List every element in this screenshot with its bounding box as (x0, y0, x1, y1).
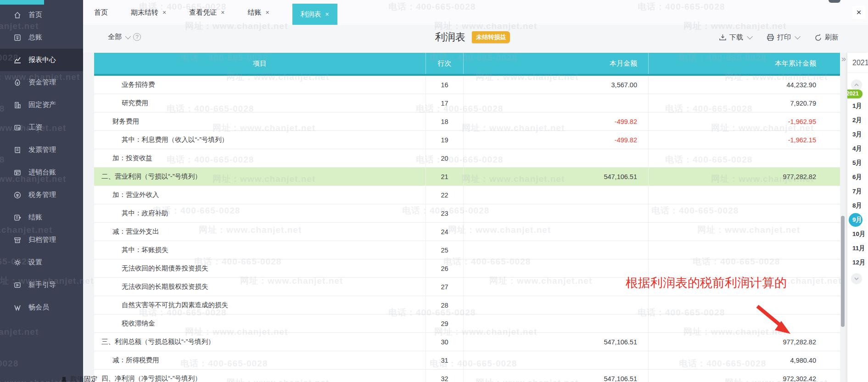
unpin-button[interactable]: 取消固定 (61, 375, 98, 382)
cell-year-amount: -1,962.95 (649, 112, 840, 130)
month-list: 1月2月3月4月5月6月7月8月9月10月11月12月 (847, 99, 868, 270)
sidebar-item-moneybag[interactable]: 资金管理 (0, 71, 83, 94)
cell-item: 减：营业外支出 (94, 223, 426, 241)
month-item-9月[interactable]: 9月 (847, 213, 868, 227)
tab-查看凭证[interactable]: 查看凭证× (189, 0, 224, 25)
cell-item: 其中：政府补助 (94, 204, 426, 222)
download-button[interactable]: 下载 (719, 33, 751, 42)
month-item-2月[interactable]: 2月 (847, 113, 868, 127)
sidebar-item-building[interactable]: 固定资产 (0, 94, 83, 116)
sidebar-item-home[interactable]: 首页 (0, 4, 83, 26)
sidebar-item-label: 新手引导 (28, 281, 56, 289)
year-label[interactable]: 2021 (847, 53, 868, 73)
sidebar-item-label: 报表中心 (28, 56, 56, 64)
vertical-scrollbar-thumb[interactable] (841, 216, 845, 327)
tab-首页[interactable]: 首页 (94, 0, 108, 25)
print-button[interactable]: 打印 (767, 33, 799, 42)
month-item-11月[interactable]: 11月 (847, 241, 868, 255)
cell-item: 加：营业外收入 (94, 186, 426, 204)
column-header: 本月金额 (464, 53, 649, 74)
table-row[interactable]: 加：营业外收入22 (94, 186, 840, 204)
close-tab-icon[interactable]: × (265, 9, 269, 16)
month-item-12月[interactable]: 12月 (847, 255, 868, 270)
sidebar-item-ledger[interactable]: 总账 (0, 26, 83, 49)
month-item-6月[interactable]: 6月 (847, 170, 868, 184)
cell-year-amount (649, 315, 840, 332)
ledger-icon (13, 33, 22, 42)
guide-icon (13, 281, 22, 290)
table-row[interactable]: 其中：政府补助23 (94, 204, 840, 223)
cell-month-amount (464, 315, 649, 332)
month-item-3月[interactable]: 3月 (847, 127, 868, 141)
cell-line-no: 26 (426, 259, 464, 277)
scroll-up-icon[interactable] (851, 79, 862, 90)
close-all-tabs-button[interactable]: × (852, 6, 865, 19)
close-tab-icon[interactable]: × (162, 9, 166, 16)
cell-item: 研究费用 (94, 94, 426, 112)
sidebar-item-vip[interactable]: 畅会员 (0, 296, 83, 319)
cell-month-amount (464, 204, 649, 222)
close-tab-icon[interactable]: × (221, 9, 224, 16)
sidebar-item-invoice[interactable]: 发票管理 (0, 139, 83, 161)
sidebar-item-board[interactable]: 进销台账 (0, 161, 83, 184)
year-badge: 2021 (847, 90, 862, 98)
cell-item: 其中：坏账损失 (94, 241, 426, 259)
sidebar-item-guide[interactable]: 新手引导 (0, 274, 83, 296)
tab-利润表[interactable]: 利润表× (292, 4, 337, 25)
table-row[interactable]: 三、利润总额（亏损总额以“-”号填列）30547,106.51977,282.8… (94, 333, 840, 351)
sidebar-item-archive[interactable]: 归档管理 (0, 229, 83, 251)
tab-期末结转[interactable]: 期末结转× (131, 0, 166, 25)
cell-year-amount: 972,302.42 (649, 370, 840, 382)
table-row[interactable]: 研究费用177,920.79 (94, 94, 840, 112)
sidebar-item-label: 设置 (28, 258, 42, 267)
month-item-5月[interactable]: 5月 (847, 156, 868, 170)
sidebar-item-payroll[interactable]: 工资 (0, 116, 83, 139)
sidebar-item-label: 畅会员 (28, 303, 49, 312)
close-tab-icon[interactable]: × (325, 11, 329, 18)
cell-item: 减：所得税费用 (94, 351, 426, 369)
cell-month-amount: 547,106.51 (464, 168, 649, 185)
month-item-8月[interactable]: 8月 (847, 198, 868, 213)
collapse-panel-icon[interactable]: » (841, 54, 846, 64)
month-item-4月[interactable]: 4月 (847, 141, 868, 156)
table-row[interactable]: 其中：坏账损失25 (94, 241, 840, 259)
cell-year-amount: 977,282.82 (649, 333, 840, 351)
tab-结账[interactable]: 结账× (247, 0, 269, 25)
gear-icon (13, 258, 22, 267)
app-root: 首页总账报表中心资金管理固定资产工资发票管理进销台账税务管理结账归档管理设置新手… (0, 0, 868, 382)
table-row[interactable]: 业务招待费163,567.0044,232.90 (94, 76, 840, 94)
table-row[interactable]: 二、营业利润（亏损以“-”号填列）21547,106.51977,282.82 (94, 168, 840, 186)
cell-line-no: 28 (426, 296, 464, 314)
sidebar-item-settle[interactable]: 结账 (0, 206, 83, 229)
sidebar-item-chart[interactable]: 报表中心 (0, 49, 83, 71)
sidebar-item-tax[interactable]: 税务管理 (0, 184, 83, 206)
table-row[interactable]: 四、净利润（净亏损以“-”号填列）32547,106.51972,302.42 (94, 370, 840, 382)
table-row[interactable]: 自然灾害等不可抗力因素造成的损失28 (94, 296, 840, 315)
sidebar-item-gear[interactable]: 设置 (0, 251, 83, 274)
table-row[interactable]: 减：营业外支出24 (94, 223, 840, 241)
cell-month-amount (464, 149, 649, 167)
tab-label: 利润表 (301, 10, 321, 19)
cell-month-amount (464, 223, 649, 241)
table-row[interactable]: 税收滞纳金29 (94, 315, 840, 333)
cell-year-amount (649, 149, 840, 167)
table-row[interactable]: 加：投资收益20 (94, 149, 840, 168)
refresh-button[interactable]: 刷新 (814, 33, 839, 42)
month-item-10月[interactable]: 10月 (847, 227, 868, 241)
table-body: 业务招待费163,567.0044,232.90研究费用177,920.79财务… (94, 76, 840, 382)
scroll-down-icon[interactable] (851, 273, 862, 284)
month-item-1月[interactable]: 1月 (847, 99, 868, 113)
avatar[interactable] (829, 0, 840, 3)
cell-year-amount: 44,232.90 (649, 76, 840, 94)
payroll-icon (13, 123, 22, 132)
table-row[interactable]: 减：所得税费用314,980.40 (94, 351, 840, 370)
tab-label: 查看凭证 (189, 8, 217, 17)
month-item-7月[interactable]: 7月 (847, 184, 868, 198)
cell-line-no: 16 (426, 76, 464, 94)
cell-line-no: 22 (426, 186, 464, 204)
archive-icon (13, 236, 22, 245)
table-row[interactable]: 其中：利息费用（收入以“-”号填列）19-499.82-1,962.15 (94, 131, 840, 149)
report-toolbar: 全部 ? 利润表 未结转损益 下载 打印 刷新 (83, 25, 868, 53)
table-row[interactable]: 财务费用18-499.82-1,962.95 (94, 112, 840, 131)
cell-line-no: 31 (426, 351, 464, 369)
